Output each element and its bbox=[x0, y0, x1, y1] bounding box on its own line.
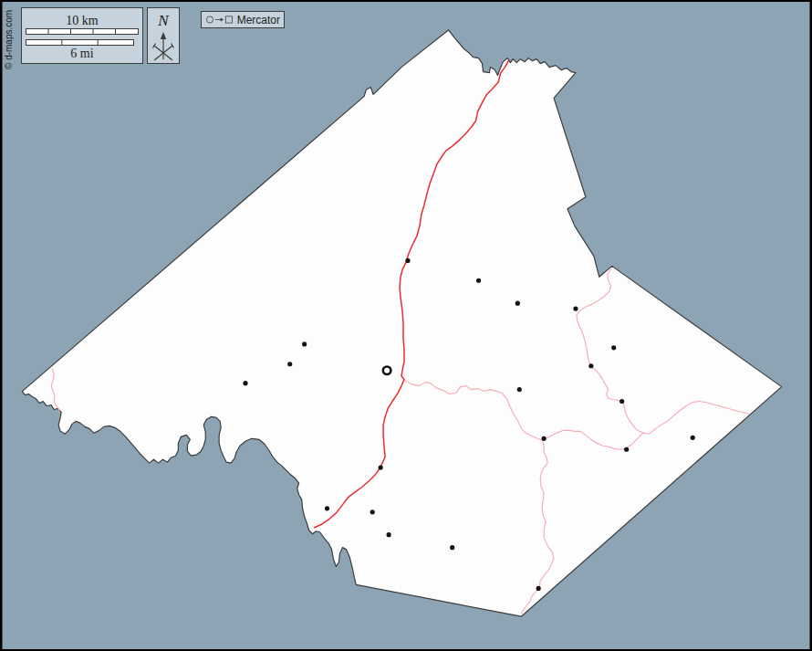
settlement-dot bbox=[476, 278, 481, 283]
settlement-dot bbox=[611, 345, 616, 350]
scale-mi-label: 6 mi bbox=[22, 47, 142, 60]
scale-km-label: 10 km bbox=[22, 14, 142, 27]
settlement-dot bbox=[517, 387, 522, 392]
projection-panel: Mercator bbox=[201, 11, 285, 28]
settlement-dot bbox=[287, 362, 292, 366]
attribution-text: © d-maps.com bbox=[4, 10, 14, 69]
settlement-dot bbox=[370, 509, 375, 514]
settlement-dot bbox=[302, 341, 307, 346]
settlement-dot bbox=[624, 447, 629, 452]
settlement-dot bbox=[243, 381, 247, 385]
settlement-dot bbox=[573, 307, 578, 311]
scale-mi-bar bbox=[26, 39, 141, 47]
settlement-dot bbox=[691, 436, 695, 440]
projection-label: Mercator bbox=[237, 14, 280, 26]
projection-transform-icon bbox=[205, 13, 234, 26]
scale-km-bar bbox=[26, 28, 141, 36]
county-map-svg bbox=[2, 2, 810, 649]
settlement-dot bbox=[325, 506, 329, 510]
compass-rose-icon bbox=[148, 30, 179, 63]
settlement-dot bbox=[379, 466, 383, 470]
county-seat-ring bbox=[383, 366, 391, 374]
map-canvas: 10 km 6 mi N bbox=[0, 0, 812, 651]
settlement-dot bbox=[619, 399, 624, 404]
settlement-dot bbox=[542, 436, 547, 441]
settlement-dot bbox=[515, 301, 520, 306]
compass-panel: N bbox=[147, 7, 180, 64]
compass-north-label: N bbox=[148, 12, 179, 30]
settlement-dot bbox=[387, 532, 391, 537]
settlement-dot bbox=[588, 363, 593, 368]
settlement-dot bbox=[536, 586, 541, 591]
settlement-dot bbox=[405, 258, 410, 263]
scale-bar-panel: 10 km 6 mi bbox=[21, 7, 143, 64]
settlement-dot bbox=[450, 545, 454, 550]
